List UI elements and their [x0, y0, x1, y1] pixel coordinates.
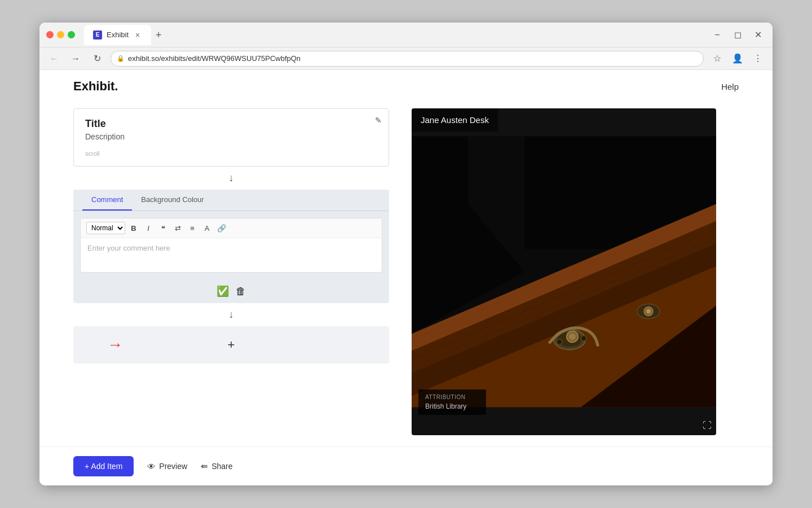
- share-icon: ⇚: [201, 461, 208, 471]
- tab-title: Exhibit: [107, 30, 129, 39]
- card-description: Description: [85, 132, 377, 141]
- attribution-box: ATTRIBUTION British Library: [418, 389, 486, 415]
- editor-placeholder: Enter your comment here: [87, 244, 170, 252]
- help-button[interactable]: Help: [721, 82, 739, 91]
- url-text: exhibit.so/exhibits/edit/WRWQ96WSUU75PCw…: [128, 54, 698, 63]
- comment-actions: ✅ 🗑: [73, 279, 389, 303]
- confirm-button[interactable]: ✅: [217, 285, 229, 297]
- svg-point-12: [557, 339, 562, 345]
- tab-favicon: E: [93, 30, 102, 40]
- add-plus-button[interactable]: +: [228, 338, 235, 352]
- main-layout: Title Description scroll ✎ ↓ Comment Bac…: [39, 103, 773, 446]
- highlight-button[interactable]: A: [201, 222, 213, 234]
- desk-image: ATTRIBUTION British Library ⛶: [412, 108, 716, 435]
- account-icon[interactable]: 👤: [730, 51, 745, 67]
- forward-button[interactable]: →: [68, 51, 83, 67]
- menu-icon[interactable]: ⋮: [750, 51, 766, 67]
- close-window-button[interactable]: [46, 31, 54, 38]
- editor-toolbar: Normal B I ❝ ⇄ ≡ A 🔗: [81, 218, 382, 238]
- link-button[interactable]: 🔗: [215, 222, 228, 234]
- tab-background-colour[interactable]: Background Colour: [132, 190, 213, 211]
- browser-window: E Exhibit × + − ◻ ✕ ← → ↻ 🔒 exhibit.so/e…: [39, 23, 773, 485]
- add-item-label: + Add Item: [85, 462, 122, 471]
- maximize-window-button[interactable]: [68, 31, 75, 38]
- bottom-bar: + Add Item 👁 Preview ⇚ Share: [39, 446, 773, 485]
- add-block: → +: [73, 326, 389, 364]
- right-panel: Jane Austen Desk: [412, 108, 716, 435]
- tab-bar: E Exhibit × +: [84, 25, 705, 45]
- left-panel: Title Description scroll ✎ ↓ Comment Bac…: [73, 108, 389, 435]
- close-icon[interactable]: ✕: [750, 27, 766, 43]
- delete-button[interactable]: 🗑: [236, 285, 246, 297]
- lock-icon: 🔒: [117, 55, 125, 62]
- red-arrow-icon: →: [107, 336, 123, 354]
- unordered-list-button[interactable]: ≡: [186, 222, 198, 234]
- svg-point-11: [569, 334, 576, 340]
- app-header: Exhibit. Help: [39, 70, 773, 103]
- card-title: Title: [85, 118, 377, 130]
- attribution-value: British Library: [425, 402, 479, 410]
- share-button[interactable]: ⇚ Share: [201, 461, 232, 471]
- minimize-icon[interactable]: −: [709, 27, 725, 43]
- url-bar[interactable]: 🔒 exhibit.so/exhibits/edit/WRWQ96WSUU75P…: [111, 51, 704, 67]
- minimize-window-button[interactable]: [57, 31, 64, 38]
- title-card: Title Description scroll ✎: [73, 108, 389, 167]
- add-item-button[interactable]: + Add Item: [73, 456, 134, 476]
- address-bar: ← → ↻ 🔒 exhibit.so/exhibits/edit/WRWQ96W…: [39, 47, 773, 70]
- preview-label: Preview: [159, 462, 187, 471]
- comment-editor: Normal B I ❝ ⇄ ≡ A 🔗 Enter your comment …: [80, 218, 382, 273]
- svg-point-13: [581, 336, 586, 341]
- svg-point-16: [646, 309, 651, 314]
- format-select[interactable]: Normal: [86, 222, 125, 234]
- restore-icon[interactable]: ◻: [730, 27, 745, 43]
- image-title-overlay: Jane Austen Desk: [412, 108, 498, 132]
- share-label: Share: [211, 462, 232, 471]
- arrow-down-icon-2: ↓: [229, 309, 234, 321]
- comment-tabs: Comment Background Colour: [73, 190, 389, 211]
- new-tab-button[interactable]: +: [151, 30, 166, 40]
- reload-button[interactable]: ↻: [89, 51, 105, 67]
- ordered-list-button[interactable]: ⇄: [171, 222, 184, 234]
- edit-title-button[interactable]: ✎: [375, 116, 382, 125]
- app-logo: Exhibit.: [73, 79, 118, 94]
- desk-svg: [412, 108, 716, 435]
- active-tab[interactable]: E Exhibit ×: [84, 25, 151, 45]
- title-bar: E Exhibit × + − ◻ ✕: [39, 23, 773, 47]
- preview-button[interactable]: 👁 Preview: [147, 462, 187, 471]
- window-controls: [46, 31, 75, 38]
- page-content: Exhibit. Help Title Description scroll ✎…: [39, 70, 773, 485]
- bold-button[interactable]: B: [127, 222, 140, 234]
- preview-icon: 👁: [147, 462, 156, 471]
- tab-comment[interactable]: Comment: [82, 190, 132, 211]
- quote-button[interactable]: ❝: [157, 222, 169, 234]
- fullscreen-button[interactable]: ⛶: [703, 421, 712, 431]
- tab-close-button[interactable]: ×: [133, 30, 142, 40]
- scroll-hint: scroll: [85, 150, 377, 157]
- star-icon[interactable]: ☆: [709, 51, 725, 67]
- image-title: Jane Austen Desk: [421, 115, 489, 125]
- down-arrow-2: ↓: [73, 303, 389, 326]
- back-button[interactable]: ←: [46, 51, 62, 67]
- attribution-label: ATTRIBUTION: [425, 394, 479, 400]
- down-arrow-1: ↓: [73, 167, 389, 190]
- comment-block: Comment Background Colour Normal B I ❝ ⇄: [73, 190, 389, 303]
- address-actions: ☆ 👤 ⋮: [709, 51, 766, 67]
- arrow-down-icon: ↓: [229, 172, 234, 184]
- editor-content-area[interactable]: Enter your comment here: [81, 238, 382, 272]
- italic-button[interactable]: I: [142, 222, 155, 234]
